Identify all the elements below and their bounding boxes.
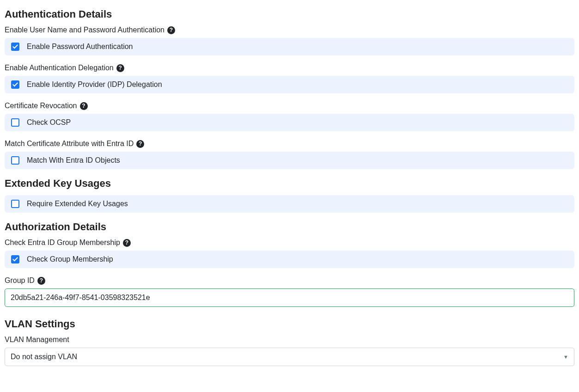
help-icon[interactable]: ? (116, 64, 124, 72)
auth-details-heading: Authentication Details (5, 8, 574, 20)
enable-password-auth-row: Enable Password Authentication (5, 38, 574, 55)
help-icon[interactable]: ? (136, 140, 144, 148)
cert-revocation-label: Certificate Revocation (5, 102, 77, 110)
authz-details-heading: Authorization Details (5, 221, 574, 233)
require-eku-row: Require Extended Key Usages (5, 195, 574, 213)
help-icon[interactable]: ? (37, 277, 45, 285)
help-icon[interactable]: ? (167, 26, 175, 34)
check-group-label: Check Entra ID Group Membership (5, 239, 120, 247)
require-eku-checkbox[interactable] (11, 200, 19, 208)
check-group-membership-label: Check Group Membership (27, 255, 113, 263)
group-id-label-row: Group ID ? (5, 276, 574, 285)
check-group-membership-checkbox[interactable] (11, 255, 19, 263)
match-entra-objects-checkbox[interactable] (11, 156, 19, 165)
auth-delegation-label: Enable Authentication Delegation (5, 64, 114, 72)
vlan-mgmt-label: VLAN Management (5, 336, 69, 344)
match-entra-objects-row: Match With Entra ID Objects (5, 152, 574, 169)
check-group-label-row: Check Entra ID Group Membership ? (5, 239, 574, 247)
check-group-membership-row: Check Group Membership (5, 251, 574, 268)
require-eku-label: Require Extended Key Usages (27, 200, 128, 208)
check-ocsp-checkbox[interactable] (11, 118, 19, 127)
group-id-input[interactable] (5, 288, 574, 307)
group-id-label: Group ID (5, 276, 35, 285)
check-ocsp-row: Check OCSP (5, 114, 574, 131)
enable-idp-delegation-checkbox[interactable] (11, 80, 19, 89)
match-cert-attr-label: Match Certificate Attribute with Entra I… (5, 140, 134, 148)
enable-idp-delegation-row: Enable Identity Provider (IDP) Delegatio… (5, 76, 574, 93)
username-password-label-row: Enable User Name and Password Authentica… (5, 26, 574, 34)
ext-key-usages-heading: Extended Key Usages (5, 178, 574, 190)
vlan-mgmt-selected: Do not assign VLAN (11, 353, 77, 361)
vlan-settings-heading: VLAN Settings (5, 318, 574, 330)
chevron-down-icon: ▼ (563, 354, 568, 360)
vlan-mgmt-select[interactable]: Do not assign VLAN ▼ (5, 348, 574, 366)
help-icon[interactable]: ? (123, 239, 131, 247)
auth-delegation-label-row: Enable Authentication Delegation ? (5, 64, 574, 72)
enable-password-auth-label: Enable Password Authentication (27, 43, 133, 51)
cert-revocation-label-row: Certificate Revocation ? (5, 102, 574, 110)
check-ocsp-label: Check OCSP (27, 118, 71, 127)
match-cert-attr-label-row: Match Certificate Attribute with Entra I… (5, 140, 574, 148)
username-password-label: Enable User Name and Password Authentica… (5, 26, 165, 34)
enable-idp-delegation-label: Enable Identity Provider (IDP) Delegatio… (27, 80, 162, 89)
vlan-mgmt-label-row: VLAN Management (5, 336, 574, 344)
enable-password-auth-checkbox[interactable] (11, 43, 19, 51)
match-entra-objects-label: Match With Entra ID Objects (27, 156, 120, 165)
help-icon[interactable]: ? (80, 102, 88, 110)
